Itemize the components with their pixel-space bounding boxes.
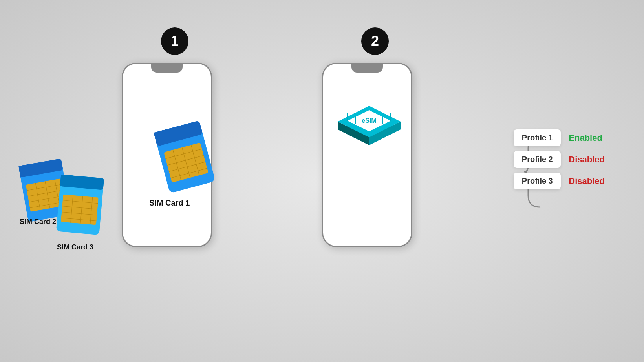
profile-list: Profile 1 Enabled Profile 2 Disabled Pro… [514, 129, 605, 194]
svg-text:eSIM: eSIM [362, 117, 376, 124]
esim-group: eSIM [326, 94, 412, 151]
main-scene: 1 2 [0, 0, 644, 362]
profile-2-status: Disabled [569, 155, 605, 165]
phone-2 [322, 63, 412, 247]
profile-item-1: Profile 1 Enabled [514, 129, 605, 146]
profile-item-3: Profile 3 Disabled [514, 173, 605, 189]
sim-in-phone-group: SIM Card 1 [145, 118, 224, 206]
profile-3-status: Disabled [569, 176, 605, 186]
profile-item-2: Profile 2 Disabled [514, 151, 605, 168]
sim-card-1-icon [154, 120, 215, 193]
sim-card-2-label: SIM Card 2 [20, 218, 56, 226]
phone-2-screen [323, 64, 411, 246]
sim-card-3-label: SIM Card 3 [57, 243, 93, 251]
esim-svg: eSIM [326, 94, 412, 149]
badge-1: 1 [161, 27, 188, 55]
phone-2-frame [322, 63, 412, 247]
sim-card-1-label: SIM Card 1 [149, 198, 190, 207]
badge-2: 2 [361, 27, 389, 55]
svg-rect-14 [61, 195, 99, 225]
sim-cards-svg [16, 141, 134, 251]
sim-cards-group: SIM Card 2 SIM Card 3 [16, 141, 134, 253]
profile-2-box: Profile 2 [514, 151, 561, 168]
sim-in-phone-svg [145, 118, 224, 204]
profile-1-status: Enabled [569, 133, 602, 143]
sim-card-3-icon [56, 175, 104, 235]
profile-1-box: Profile 1 [514, 129, 561, 146]
profile-3-box: Profile 3 [514, 173, 561, 189]
